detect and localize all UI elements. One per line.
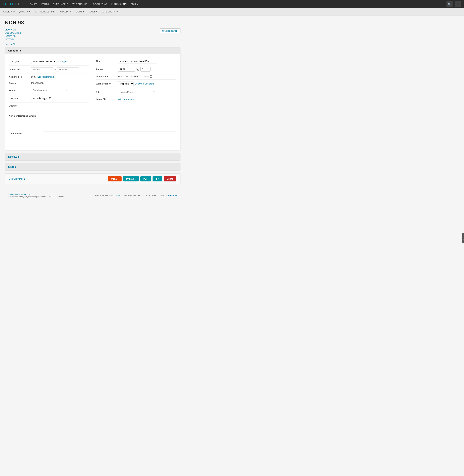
edit-assignments-link[interactable]: Edit Assignments [38, 76, 54, 78]
creation-section-header[interactable]: Creation ▼ [5, 48, 180, 54]
vendor-row: Vendor ▾ [9, 86, 89, 94]
order-search-input[interactable] [31, 67, 53, 72]
due-date-input[interactable] [31, 96, 53, 101]
add-new-image-link[interactable]: Add New Image [118, 98, 134, 100]
assigned-to-user: scott [31, 76, 36, 78]
due-date-value [31, 96, 89, 101]
subnav-tools[interactable]: TOOLS ▾ [88, 10, 97, 13]
subnav-mgmt[interactable]: MGMT ▾ [76, 10, 84, 13]
title-row: Title [96, 57, 176, 65]
footer-version-number[interactable]: 4.100 [116, 194, 120, 196]
details-header: Details [9, 103, 176, 109]
nav-right: 🔍 ☰ [446, 1, 461, 7]
critical-label[interactable]: critical? [142, 75, 152, 78]
form-right-col: Title Prcpart Qty ) [96, 57, 176, 103]
containment-textarea[interactable] [43, 131, 176, 145]
footer-left: Explain and Send Screenshot http://india… [8, 193, 64, 198]
footer-on-text: ON CETECDEV-AFRICA [123, 194, 144, 196]
non-conformance-textarea[interactable] [43, 114, 176, 127]
nav-accounting[interactable]: ACCOUNTING [91, 2, 107, 6]
ncr-type-label: NCR Type [9, 60, 29, 63]
assigned-to-value: scott Edit Assignments [31, 76, 89, 78]
nav-links: SALES PARTS PURCHASING WAREHOUSE ACCOUNT… [30, 2, 446, 6]
critical-checkbox[interactable] [150, 76, 152, 78]
prcpart-input[interactable] [118, 67, 135, 72]
nav-purchasing[interactable]: PURCHASING [53, 2, 68, 6]
view-ncr-link[interactable]: VIEW NCR [5, 29, 22, 31]
bottom-actions: Use Old Version Update Printable PDF ZIP… [5, 173, 181, 184]
subnav-part-request-list[interactable]: PART REQUEST LIST [34, 10, 56, 13]
delete-button[interactable]: Delete [164, 176, 176, 181]
page-content: NCR 98 VIEW NCR DOCUMENTS (0) NOTES (0) … [0, 16, 185, 204]
footer: Explain and Send Screenshot http://india… [5, 191, 181, 200]
order-search-group: Or [31, 67, 79, 72]
logo[interactable]: CETEC ERP [3, 2, 23, 6]
explain-screenshot-link[interactable]: Explain and Send Screenshot [8, 193, 64, 195]
initiated-row: scott On 2023-06-05 critical? [118, 75, 152, 78]
vendor-search-input[interactable] [31, 88, 65, 92]
review-section: Review ▶ [5, 153, 181, 161]
containment-row: Containment [9, 129, 176, 147]
pdf-button[interactable]: PDF [140, 176, 151, 181]
back-to-all-link[interactable]: Back To All [5, 43, 15, 45]
update-button[interactable]: Update [108, 176, 122, 181]
po-value: ▾ [118, 90, 176, 94]
po-search-input[interactable] [118, 90, 152, 94]
nav-sales[interactable]: SALES [30, 2, 37, 6]
image-value: Add New Image [118, 98, 176, 100]
logo-cetec: CETEC [3, 2, 18, 6]
subnav-orders[interactable]: ORDERS ▾ [3, 10, 15, 13]
title-value [118, 59, 176, 63]
ncr-type-select[interactable]: Production Internal [31, 59, 56, 64]
zip-button[interactable]: ZIP [153, 176, 162, 181]
order-customer-input[interactable] [57, 67, 79, 72]
initiated-by-row: Initiated By scott On 2023-06-05 critica… [96, 73, 176, 80]
prcpart-label: Prcpart [96, 68, 116, 71]
printable-button[interactable]: Printable [123, 176, 139, 181]
subnav-kitaudit[interactable]: KITAUDIT ▾ [60, 10, 72, 13]
search-button[interactable]: 🔍 [446, 1, 453, 7]
footer-right: CETEC ERP VERSION 4.100 ON CETECDEV-AFRI… [93, 194, 177, 196]
subnav-scheduling[interactable]: SCHEDULING ▾ [102, 10, 118, 13]
subnav-quality[interactable]: QUALITY ▾ [19, 10, 30, 13]
initiated-by-value: scott On 2023-06-05 critical? [118, 75, 176, 78]
due-date-label: Due Date [9, 97, 29, 100]
mrb-section-header[interactable]: MRB ▶ [5, 163, 180, 171]
prcpart-row: Prcpart Qty ) [96, 65, 176, 73]
page-actions: VIEW NCR DOCUMENTS (0) NOTES (0) HISTORY… [5, 29, 181, 41]
use-old-version-link[interactable]: Use Old Version [9, 178, 25, 180]
order-or-text: Or [54, 68, 56, 71]
history-link[interactable]: HISTORY [5, 38, 22, 41]
footer-cetec-erp-link[interactable]: CETEC ERP [166, 194, 177, 196]
work-location-label: Work Location [96, 83, 116, 85]
footer-url: http://india.4.0.ncr_edit_fix.cetecerpaf… [8, 196, 64, 198]
action-buttons: Update Printable PDF ZIP Delete [108, 176, 176, 181]
qty-paren: ) [152, 68, 152, 71]
creation-badge[interactable]: Creation:scott ▶ [160, 29, 181, 33]
footer-copyright: COPYRIGHT © 2023 [146, 194, 164, 196]
source-text: Independent [31, 82, 44, 84]
order-line-label: Order/Line [9, 68, 29, 71]
edit-work-locations-link[interactable]: Edit Work Locations [135, 83, 154, 85]
order-line-value: Or [31, 67, 89, 72]
edit-types-link[interactable]: Edit Types [58, 60, 68, 63]
nav-warehouse[interactable]: WAREHOUSE [72, 2, 87, 6]
qty-input[interactable] [140, 67, 151, 72]
containment-label: Containment [9, 131, 39, 135]
nav-admin[interactable]: ADMIN [131, 2, 138, 6]
work-location-row: Work Location Inspectio Edit Work Locati… [96, 80, 176, 88]
source-row: Source Independent [9, 80, 89, 86]
work-location-select[interactable]: Inspectio [118, 81, 134, 86]
prcpart-value: Qty ) [118, 67, 176, 72]
menu-button[interactable]: ☰ [454, 1, 461, 7]
title-input[interactable] [118, 59, 157, 63]
critical-text: critical? [142, 75, 149, 78]
mrb-section: MRB ▶ [5, 163, 181, 171]
nav-parts[interactable]: PARTS [41, 2, 49, 6]
notes-link[interactable]: NOTES (0) [5, 35, 22, 37]
image-row: Image (0) Add New Image [96, 96, 176, 102]
initiated-by-label: Initiated By [96, 75, 116, 78]
review-section-header[interactable]: Review ▶ [5, 153, 180, 160]
documents-link[interactable]: DOCUMENTS (0) [5, 32, 22, 34]
nav-production[interactable]: PRODUCTION [111, 2, 127, 6]
